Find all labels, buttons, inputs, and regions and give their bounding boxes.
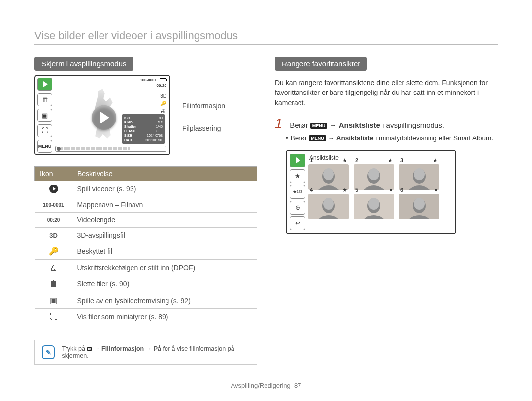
table-row: 100-0001Mappenavn – Filnavn: [35, 197, 257, 213]
timeline-bar: [55, 146, 166, 152]
svg-point-2: [323, 168, 334, 180]
trash-icon: 🗑: [37, 93, 52, 106]
slideshow-icon: ▣: [37, 109, 52, 122]
table-row: 🗑Slette filer (s. 90): [35, 276, 257, 292]
table-row: Spill videoer (s. 93): [35, 181, 257, 197]
face-item: 4★: [308, 194, 349, 219]
svg-point-17: [414, 198, 425, 210]
svg-point-8: [414, 168, 425, 180]
table-desc-cell: Spill videoer (s. 93): [72, 181, 257, 197]
face-grid-title: Ansiktsliste: [309, 154, 452, 161]
table-row: ▣Spille av en lysbildefremvising (s. 92): [35, 292, 257, 309]
right-paragraph: Du kan rangere favorittansiktene dine el…: [275, 78, 498, 108]
table-icon-cell: 00:20: [35, 213, 72, 228]
table-icon-cell: 🖨: [35, 260, 72, 276]
battery-icon: [160, 78, 166, 82]
camera-screen: 🗑 ▣ ⛶ MENU 100-0001 00:20 3D 🔑 🖨: [34, 75, 170, 155]
table-icon-cell: 100-0001: [35, 197, 72, 213]
page-footer: Avspilling/Redigering 87: [0, 382, 532, 389]
face-item: 3★: [399, 164, 439, 190]
table-row: 00:20Videolengde: [35, 213, 257, 228]
table-desc-cell: Beskyttet fil: [72, 243, 257, 260]
table-row: ⛶Vis filer som miniatyrer (s. 89): [35, 309, 257, 325]
menu-chip-icon: m: [87, 347, 92, 351]
file-label: 100-0001: [140, 78, 157, 82]
right-heading-pill: Rangere favorittansikter: [275, 57, 367, 71]
back-icon: ↩: [290, 216, 305, 230]
table-head-icon: Ikon: [35, 167, 72, 181]
svg-point-11: [323, 198, 334, 210]
tip-text: Trykk på m → Filinformasjon → På for å v…: [62, 345, 250, 359]
step-1-sub: • Berør MENU → Ansiktsliste i miniatyrbi…: [293, 134, 498, 142]
thumbnail-icon: ⛶: [37, 124, 52, 137]
face-item: 6●: [399, 194, 439, 219]
callout-fileinfo: Filinformasjon: [182, 102, 225, 110]
print-icon: 🖨: [160, 108, 166, 114]
left-heading-pill: Skjerm i avspillingsmodus: [34, 57, 133, 71]
play-video-icon: [92, 105, 116, 130]
table-icon-cell: 🔑: [35, 243, 72, 260]
table-icon-cell: ⛶: [35, 309, 72, 325]
right-column: Rangere favorittansikter Du kan rangere …: [275, 57, 498, 365]
menu-chip-icon: MENU: [310, 123, 328, 129]
3d-icon: 3D: [160, 93, 166, 99]
face-item: 5●: [354, 194, 394, 219]
table-row: 🔑Beskyttet fil: [35, 243, 257, 260]
menu-chip-icon: MENU: [309, 135, 326, 141]
table-desc-cell: Utskriftsrekkefølgen er stilt inn (DPOF): [72, 260, 257, 276]
title-rule: [34, 44, 498, 45]
note-icon: ✎: [42, 345, 55, 359]
face-item: 1★: [308, 164, 349, 190]
table-row: 3D3D-avspillingsfil: [35, 228, 257, 243]
play-mode-icon: [37, 78, 52, 91]
svg-point-14: [368, 198, 379, 210]
playback-screen-figure: 🗑 ▣ ⛶ MENU 100-0001 00:20 3D 🔑 🖨: [34, 75, 176, 155]
step-1: 1 Berør MENU → Ansiktsliste i avspilling…: [275, 116, 498, 131]
table-icon-cell: 3D: [35, 228, 72, 243]
table-head-desc: Beskrivelse: [72, 167, 257, 181]
globe-icon: ⊕: [290, 201, 305, 215]
svg-point-5: [368, 168, 379, 180]
table-icon-cell: [35, 181, 72, 197]
tip-box: ✎ Trykk på m → Filinformasjon → På for å…: [34, 340, 257, 365]
table-icon-cell: 🗑: [35, 276, 72, 292]
table-desc-cell: Slette filer (s. 90): [72, 276, 257, 292]
face-grid-figure: ★ ★123 ⊕ ↩ Ansiktsliste 1★2★3★4★5●6●: [286, 150, 498, 234]
star-rank-icon: ★: [290, 169, 305, 183]
icon-description-table: Ikon Beskrivelse Spill videoer (s. 93)10…: [34, 166, 257, 325]
table-desc-cell: Spille av en lysbildefremvising (s. 92): [72, 292, 257, 309]
protect-icon: 🔑: [160, 101, 166, 106]
table-desc-cell: 3D-avspillingsfil: [72, 228, 257, 243]
table-icon-cell: ▣: [35, 292, 72, 309]
menu-icon: MENU: [37, 140, 52, 153]
table-desc-cell: Videolengde: [72, 213, 257, 228]
callout-filepos: Filplassering: [182, 124, 221, 132]
table-desc-cell: Mappenavn – Filnavn: [72, 197, 257, 213]
step-number: 1: [275, 116, 288, 131]
play-mode-icon: [290, 154, 305, 167]
table-desc-cell: Vis filer som miniatyrer (s. 89): [72, 309, 257, 325]
page-title: Vise bilder eller videoer i avspillingsm…: [34, 30, 498, 42]
duration-label: 00:20: [55, 83, 166, 88]
table-row: 🖨Utskriftsrekkefølgen er stilt inn (DPOF…: [35, 260, 257, 276]
rank-123-icon: ★123: [290, 185, 305, 199]
face-item: 2★: [354, 164, 394, 190]
file-info-box: ISO80 F NO.3.3 Shutter1/45 FLASHOFF SIZE…: [122, 114, 165, 144]
left-column: Skjerm i avspillingsmodus 🗑 ▣ ⛶ MENU 100…: [34, 57, 257, 365]
